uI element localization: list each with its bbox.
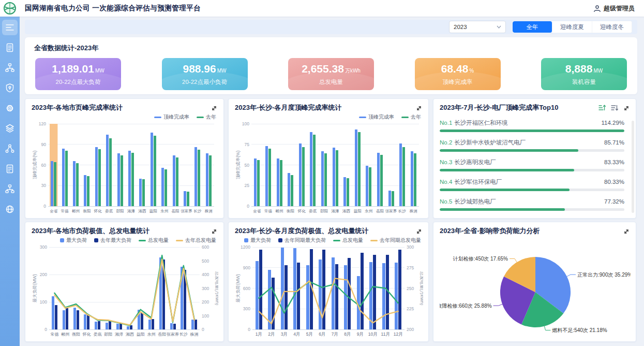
- sidebar-item-layers[interactable]: [2, 121, 18, 136]
- top10-row-2: No.2长沙新中水铁炉坡沼气电厂85.71%: [440, 139, 624, 152]
- svg-text:总发电量(万kWh): 总发电量(万kWh): [420, 271, 423, 305]
- svg-text:株洲: 株洲: [190, 332, 199, 337]
- top10-progress-track: [440, 189, 624, 191]
- top10-percent: 77.32%: [604, 198, 624, 205]
- legend-item[interactable]: 去年: [197, 113, 216, 121]
- top10-plant-name: 长沙开福区仁和环境: [454, 119, 601, 127]
- top10-rank: No.4: [440, 179, 452, 185]
- season-tab-2[interactable]: 迎峰度冬: [592, 21, 632, 33]
- svg-text:娄底: 娄底: [309, 209, 317, 213]
- pie-card: 2023年-全省-影响带负荷能力分析 正常出力:900次 35.29%燃料不足:…: [433, 222, 636, 342]
- year-select[interactable]: 2023: [449, 21, 506, 33]
- pie-chart-capacity: 正常出力:900次 35.29%燃料不足:540次 21.18%故障检修:660…: [440, 238, 630, 343]
- stat-card-1: 988.96MW20-22点最小负荷: [162, 58, 248, 90]
- svg-text:0: 0: [44, 327, 47, 332]
- user-menu[interactable]: 超级管理员: [593, 4, 635, 13]
- svg-text:衡阳: 衡阳: [287, 209, 294, 213]
- svg-text:衡阳: 衡阳: [72, 332, 80, 337]
- svg-text:100: 100: [242, 121, 249, 126]
- svg-text:300: 300: [407, 244, 414, 250]
- legend-item[interactable]: 总发电量: [333, 237, 363, 244]
- page-title: 国网湖南省电力公司 一次能源综合评估与预测管理平台: [25, 4, 201, 13]
- legend-item[interactable]: 顶峰完成率: [359, 113, 394, 121]
- legend-item[interactable]: 去年总发电量: [176, 237, 216, 244]
- sidebar-item-share-nodes[interactable]: [2, 141, 18, 156]
- svg-text:300: 300: [202, 286, 209, 291]
- top10-row-1: No.1长沙开福区仁和环境114.29%: [440, 119, 624, 132]
- expand-icon[interactable]: [211, 227, 217, 237]
- state-grid-logo-icon: [3, 2, 17, 15]
- document-icon: [4, 42, 16, 53]
- top10-percent: 83.33%: [604, 159, 624, 165]
- top10-plant-name: 长沙军信环保电厂: [454, 178, 604, 186]
- svg-text:225: 225: [407, 306, 414, 311]
- org-icon: [4, 183, 16, 195]
- legend-label: 去年总发电量: [185, 237, 216, 244]
- svg-text:500: 500: [202, 258, 209, 264]
- svg-text:120: 120: [39, 121, 46, 126]
- legend-item[interactable]: 去年同期最大负荷: [278, 237, 326, 244]
- sidebar-item-org[interactable]: [2, 181, 18, 197]
- top10-progress-fill: [440, 169, 574, 171]
- combo-chart-month-load: 030060090012001月2月3月4月5月6月7月8月9月10月11月12…: [235, 244, 422, 339]
- season-tab-0[interactable]: 全年: [513, 21, 552, 33]
- legend-item[interactable]: 最大负荷: [60, 237, 87, 244]
- legend-label: 最大负荷: [250, 237, 271, 244]
- svg-text:郴州: 郴州: [61, 332, 69, 337]
- svg-text:永州: 永州: [364, 209, 372, 213]
- expand-icon[interactable]: [416, 227, 422, 237]
- legend-marker: [154, 117, 161, 118]
- top10-plant-name: 长沙城郊热电厂: [454, 198, 604, 206]
- svg-text:25: 25: [245, 183, 250, 188]
- legend-item[interactable]: 去年: [401, 113, 421, 121]
- legend-item[interactable]: 顶峰完成率: [154, 113, 189, 121]
- top10-rank: No.3: [440, 159, 452, 165]
- sidebar-item-menu[interactable]: [2, 20, 18, 35]
- stat-card-0: 1,189.01MW20-22点最大负荷: [35, 58, 121, 90]
- svg-text:11月: 11月: [381, 331, 390, 337]
- sidebar-item-globe[interactable]: [2, 201, 18, 217]
- chart-title: 2023年-全省-影响带负荷能力分析: [440, 226, 630, 236]
- legend-label: 顶峰完成率: [163, 113, 189, 121]
- svg-text:总发电量(万kWh): 总发电量(万kWh): [215, 271, 218, 305]
- svg-text:250: 250: [407, 286, 414, 291]
- top10-rank: No.5: [440, 198, 452, 205]
- sort-descending-icon[interactable]: [611, 104, 618, 113]
- svg-text:永州: 永州: [160, 209, 168, 213]
- sidebar-item-gear[interactable]: [2, 100, 18, 116]
- sidebar-item-shield[interactable]: [2, 80, 18, 96]
- scrollbar[interactable]: [632, 121, 634, 213]
- app-header: 国网湖南省电力公司 一次能源综合评估与预测管理平台 超级管理员: [0, 0, 644, 17]
- season-tab-group: 全年迎峰度夏迎峰度冬: [512, 21, 632, 33]
- stat-label: 总发电量: [288, 78, 374, 86]
- season-tab-1[interactable]: 迎峰度夏: [552, 21, 592, 33]
- top10-row-3: No.3长沙惠明发电厂83.33%: [440, 158, 624, 171]
- svg-text:4月: 4月: [293, 331, 300, 337]
- stat-card-4: 8,888MW装机容量: [541, 58, 627, 90]
- legend-item[interactable]: 总发电量: [139, 237, 169, 244]
- sidebar-item-document[interactable]: [2, 40, 18, 55]
- legend-label: 去年: [206, 113, 216, 121]
- expand-icon[interactable]: [623, 104, 630, 113]
- expand-icon[interactable]: [211, 104, 217, 113]
- legend-item[interactable]: 去年最大负荷: [94, 237, 131, 244]
- stat-unit: MW: [593, 68, 603, 74]
- legend-item[interactable]: 最大负荷: [244, 237, 271, 244]
- svg-text:娄底: 娄底: [105, 209, 113, 213]
- chart-title: 2023年-各地市页峰完成率统计: [32, 103, 217, 112]
- sidebar-item-report[interactable]: [2, 161, 18, 177]
- top10-percent: 85.71%: [604, 139, 624, 146]
- svg-text:邵阳: 邵阳: [116, 209, 124, 213]
- expand-icon[interactable]: [623, 227, 630, 237]
- svg-text:最大负荷(MW): 最大负荷(MW): [235, 274, 241, 302]
- sort-ascending-icon[interactable]: [598, 104, 606, 113]
- layers-icon: [4, 123, 16, 134]
- chart-legend: 最大负荷去年同期最大负荷总发电量去年同期总发电量: [244, 237, 421, 244]
- chart-legend: 顶峰完成率去年: [359, 113, 421, 121]
- legend-item[interactable]: 去年同期总发电量: [370, 237, 421, 244]
- expand-icon[interactable]: [416, 104, 422, 113]
- sidebar-item-sitemap[interactable]: [2, 60, 18, 76]
- svg-text:娄底: 娄底: [94, 332, 102, 337]
- svg-text:200: 200: [40, 272, 47, 277]
- stat-value: 8,888MW: [541, 63, 627, 77]
